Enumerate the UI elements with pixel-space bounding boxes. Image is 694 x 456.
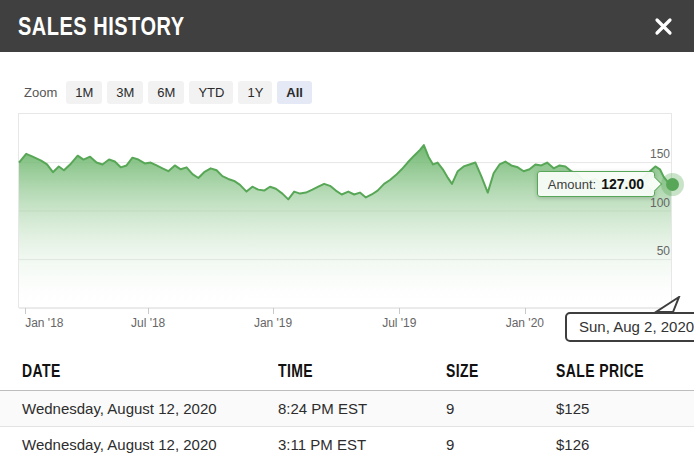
date-tooltip: Sun, Aug 2, 2020 [565, 312, 694, 342]
sale-time: 3:11 PM EST [278, 427, 446, 456]
modal-header: Sales History [0, 0, 694, 52]
amount-tooltip-value: 127.00 [601, 176, 644, 192]
plot-area[interactable] [18, 113, 672, 308]
sale-date: Wednesday, August 12, 2020 [0, 427, 278, 456]
y-axis-label-50: 50 [657, 244, 670, 258]
x-axis-label: Jul '18 [131, 316, 165, 330]
area-path [19, 145, 671, 308]
sale-time: 8:24 PM EST [278, 391, 446, 427]
x-axis-tick [148, 308, 149, 314]
sales-table: Date Time Size Sale Price Wednesday, Aug… [0, 352, 694, 456]
sale-price: $125 [556, 391, 694, 427]
zoom-button-3m[interactable]: 3M [107, 81, 143, 104]
x-axis-label: Jan '20 [506, 316, 544, 330]
zoom-button-1m[interactable]: 1M [66, 81, 102, 104]
column-header-size: Size [446, 352, 556, 391]
table-row: Wednesday, August 12, 20203:11 PM EST9$1… [0, 427, 694, 456]
column-header-date: Date [0, 352, 278, 391]
date-tooltip-pointer [646, 296, 682, 313]
x-axis-tick [25, 308, 26, 314]
x-axis-tick [399, 308, 400, 314]
zoom-button-6m[interactable]: 6M [148, 81, 184, 104]
amount-tooltip: Amount: 127.00 [537, 171, 655, 197]
sale-size: 9 [446, 427, 556, 456]
zoom-label: Zoom [24, 85, 57, 100]
sales-history-modal: Sales History Zoom 1M3M6MYTD1YAll [0, 0, 694, 456]
zoom-button-1y[interactable]: 1Y [238, 81, 272, 104]
x-axis-tick [525, 308, 526, 314]
sale-price: $126 [556, 427, 694, 456]
table-header-row: Date Time Size Sale Price [0, 352, 694, 391]
y-axis-label-150: 150 [650, 147, 670, 161]
table-row: Wednesday, August 12, 20208:24 PM EST9$1… [0, 391, 694, 427]
y-axis-label-100: 100 [650, 196, 670, 210]
chart-svg [19, 114, 671, 308]
close-button[interactable] [650, 13, 676, 39]
page-title: Sales History [18, 11, 185, 41]
x-axis-tick [273, 308, 274, 314]
zoom-controls: Zoom 1M3M6MYTD1YAll [24, 81, 694, 104]
sale-date: Wednesday, August 12, 2020 [0, 391, 278, 427]
column-header-time: Time [278, 352, 446, 391]
x-axis-label: Jul '19 [382, 316, 416, 330]
zoom-button-ytd[interactable]: YTD [189, 81, 233, 104]
table-body: Wednesday, August 12, 20208:24 PM EST9$1… [0, 391, 694, 456]
x-axis-label: Jan '18 [25, 316, 63, 330]
column-header-sale-price: Sale Price [556, 352, 694, 391]
amount-tooltip-label: Amount: [548, 177, 596, 192]
zoom-button-all[interactable]: All [277, 81, 312, 104]
sales-chart[interactable]: Amount: 127.00 Sun, Aug 2, 2020 50100150… [0, 108, 694, 345]
sale-size: 9 [446, 391, 556, 427]
x-icon [654, 17, 673, 36]
last-sale-marker[interactable] [666, 178, 679, 191]
zoom-buttons: 1M3M6MYTD1YAll [66, 81, 317, 104]
x-axis-label: Jan '19 [254, 316, 292, 330]
